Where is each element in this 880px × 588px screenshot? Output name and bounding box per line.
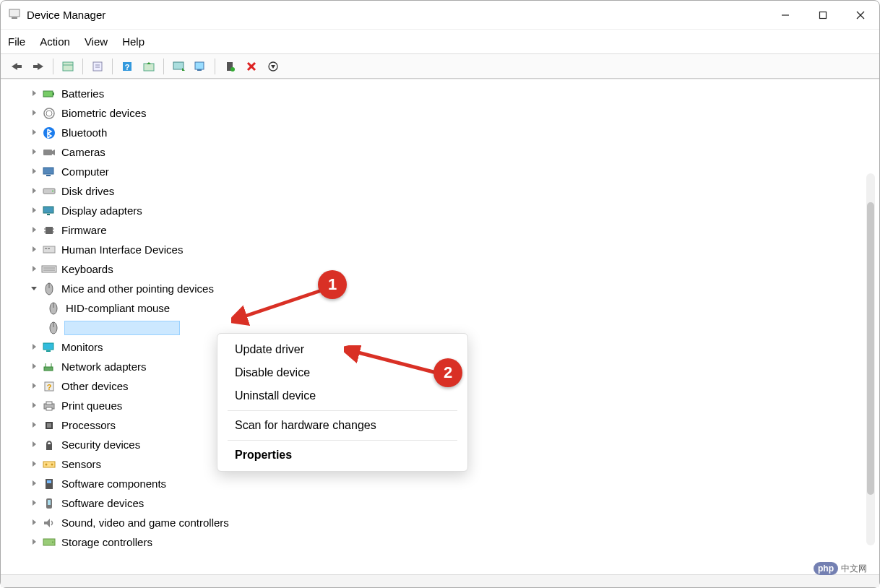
svg-point-24 (230, 67, 235, 72)
tree-category[interactable]: Batteries (5, 84, 879, 103)
svg-rect-90 (43, 462, 55, 467)
svg-rect-83 (46, 407, 52, 410)
context-uninstall-device[interactable]: Uninstall device (217, 384, 467, 407)
close-button[interactable] (842, 1, 879, 29)
svg-rect-38 (43, 150, 52, 155)
chevron-right-icon[interactable] (27, 108, 41, 118)
mouse-icon (46, 301, 61, 316)
svg-marker-100 (44, 519, 50, 527)
svg-text:?: ? (125, 63, 130, 72)
tree-category[interactable]: Disk drives (5, 181, 879, 201)
chevron-right-icon[interactable] (27, 498, 41, 509)
chevron-right-icon[interactable] (27, 518, 41, 528)
svg-rect-17 (144, 64, 154, 71)
mouse-icon (41, 281, 57, 297)
chevron-right-icon[interactable] (27, 342, 41, 353)
tree-category[interactable]: Software components (5, 474, 879, 493)
menu-file[interactable]: File (8, 35, 25, 48)
svg-marker-32 (33, 110, 36, 116)
tree-category-label: Print queues (60, 399, 124, 412)
context-scan-hardware[interactable]: Scan for hardware changes (217, 414, 467, 437)
tree-category[interactable]: Mice and other pointing devices (5, 279, 879, 298)
device-tree[interactable]: BatteriesBiometric devicesBluetoothCamer… (1, 79, 879, 574)
toolbar-properties-icon[interactable] (87, 57, 108, 76)
tree-device-item[interactable]: HID-compliant mouse (5, 298, 879, 318)
chevron-right-icon[interactable] (27, 381, 41, 392)
toolbar-action-icon[interactable] (139, 57, 159, 76)
chip-icon (41, 222, 57, 238)
tree-category[interactable]: Biometric devices (5, 103, 879, 123)
toolbar-help-icon[interactable]: ? (117, 57, 137, 76)
security-icon (41, 437, 57, 453)
tree-category[interactable]: Bluetooth (5, 123, 879, 142)
tree-category-label: Disk drives (60, 184, 116, 198)
svg-rect-88 (46, 444, 52, 450)
chevron-right-icon[interactable] (27, 264, 41, 274)
tree-category[interactable]: Storage controllers (5, 532, 879, 552)
svg-point-45 (52, 190, 53, 191)
toolbar-show-hidden-icon[interactable] (58, 57, 78, 76)
svg-line-105 (240, 290, 324, 318)
tree-device-label: HID-compliant mouse (64, 301, 171, 315)
chevron-right-icon[interactable] (27, 440, 41, 450)
toolbar-update-icon[interactable] (190, 57, 210, 76)
sensor-icon (41, 457, 57, 472)
svg-point-34 (46, 111, 52, 116)
chevron-right-icon[interactable] (27, 401, 41, 411)
svg-rect-9 (33, 65, 38, 68)
context-properties[interactable]: Properties (217, 444, 467, 467)
tree-category[interactable]: Keyboards (5, 259, 879, 279)
tree-category[interactable]: Cameras (5, 142, 879, 162)
chevron-right-icon[interactable] (27, 206, 41, 216)
toolbar-scan-icon[interactable] (168, 57, 189, 76)
svg-marker-43 (33, 188, 36, 194)
chevron-right-icon[interactable] (27, 420, 41, 431)
maximize-button[interactable] (804, 1, 842, 29)
chevron-right-icon[interactable] (27, 186, 41, 196)
chevron-right-icon[interactable] (27, 128, 41, 138)
svg-rect-30 (43, 91, 53, 97)
chevron-down-icon[interactable] (27, 284, 41, 294)
chevron-right-icon[interactable] (27, 245, 41, 255)
forward-button[interactable] (28, 57, 48, 76)
svg-marker-55 (33, 246, 36, 252)
tree-category[interactable]: Display adapters (5, 201, 879, 220)
tree-category-label: Processors (60, 418, 117, 432)
watermark-brand: php (814, 562, 838, 575)
svg-marker-80 (33, 402, 36, 408)
minimize-button[interactable] (767, 1, 804, 29)
svg-marker-77 (33, 383, 36, 389)
chevron-right-icon[interactable] (27, 89, 41, 99)
chevron-right-icon[interactable] (27, 167, 41, 177)
svg-marker-93 (33, 480, 36, 486)
svg-rect-21 (195, 62, 204, 69)
chevron-right-icon[interactable] (27, 537, 41, 548)
svg-marker-73 (33, 363, 36, 369)
tree-category[interactable]: Human Interface Devices (5, 240, 879, 259)
chevron-right-icon[interactable] (27, 459, 41, 470)
chevron-right-icon[interactable] (27, 147, 41, 157)
back-button[interactable] (7, 57, 27, 76)
toolbar-enable-icon[interactable] (220, 57, 240, 76)
tree-category-label: Network adapters (60, 360, 148, 373)
toolbar: ? (1, 54, 879, 79)
tree-category[interactable]: Firmware (5, 220, 879, 240)
svg-rect-0 (9, 9, 20, 17)
toolbar-uninstall-icon[interactable] (241, 57, 262, 76)
chevron-right-icon[interactable] (27, 362, 41, 372)
chevron-right-icon[interactable] (27, 479, 41, 489)
toolbar-down-icon[interactable] (263, 57, 283, 76)
menu-action[interactable]: Action (40, 35, 70, 48)
tree-category[interactable]: Sound, video and game controllers (5, 513, 879, 532)
svg-marker-101 (33, 539, 36, 545)
scrollbar-vertical[interactable] (866, 173, 875, 545)
scrollbar-horizontal[interactable] (1, 574, 879, 587)
svg-point-91 (46, 463, 48, 465)
tree-category[interactable]: Computer (5, 162, 879, 181)
chevron-right-icon[interactable] (27, 225, 41, 235)
tree-category[interactable]: Software devices (5, 493, 879, 513)
svg-rect-86 (47, 423, 51, 428)
menu-view[interactable]: View (85, 35, 108, 48)
svg-point-33 (44, 108, 54, 118)
menu-help[interactable]: Help (122, 35, 144, 48)
